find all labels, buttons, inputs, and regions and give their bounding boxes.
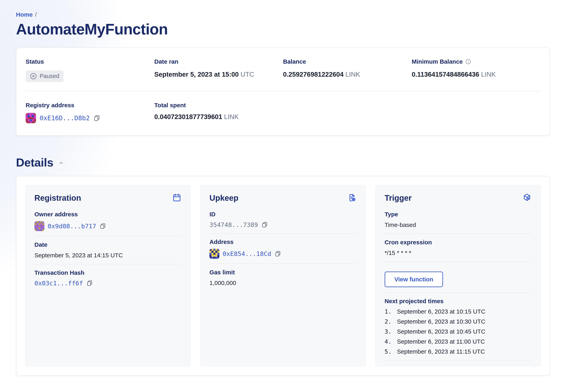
- overview-top-row: Status Paused Date ran September 5, 2023…: [16, 48, 550, 91]
- details-card: Registration Owner address: [16, 176, 550, 376]
- cron-expression-value: */15 * * * *: [385, 249, 532, 257]
- details-heading: Details: [16, 156, 53, 169]
- status-label: Status: [26, 58, 154, 65]
- breadcrumb-home-link[interactable]: Home: [16, 11, 33, 18]
- cron-expression-label: Cron expression: [385, 239, 532, 246]
- gas-limit-label: Gas limit: [209, 269, 356, 276]
- next-projected-times-label: Next projected times: [385, 298, 532, 305]
- chevron-up-icon: [58, 160, 64, 166]
- upkeep-title: Upkeep: [209, 193, 238, 203]
- item-number: 3.: [385, 328, 393, 335]
- date-ran-field: Date ran September 5, 2023 at 15:00 UTC: [154, 58, 283, 82]
- divider: [34, 236, 181, 236]
- registration-date-label: Date: [34, 241, 181, 248]
- owner-address-section: Owner address 0x9d0: [34, 211, 181, 231]
- trigger-type-value: Time-based: [385, 221, 532, 229]
- date-ran-value: September 5, 2023 at 15:00: [154, 71, 239, 78]
- registration-date-section: Date September 5, 2023 at 14:15 UTC: [34, 241, 181, 259]
- balance-suffix: LINK: [346, 71, 360, 78]
- transaction-hash-link[interactable]: 0x03c1...ff6f: [34, 280, 83, 287]
- upkeep-id-label: ID: [209, 211, 356, 218]
- min-balance-label: Minimum Balance: [412, 58, 541, 65]
- divider: [385, 234, 532, 234]
- upkeep-card: Upkeep ID 354748...7389: [200, 185, 366, 366]
- divider: [385, 292, 532, 293]
- cube-icon: [522, 193, 532, 202]
- trigger-title: Trigger: [385, 193, 412, 203]
- details-grid: Registration Owner address: [25, 185, 541, 366]
- owner-identicon: [34, 221, 45, 231]
- registry-address-label: Registry address: [26, 102, 154, 109]
- calendar-icon: [172, 193, 181, 202]
- item-text: September 6, 2023 at 10:15 UTC: [397, 308, 485, 315]
- divider: [385, 360, 532, 361]
- details-heading-row: Details: [16, 156, 550, 169]
- total-spent-value: 0.04072301877739601: [154, 113, 222, 120]
- projected-time-item: 2.September 6, 2023 at 10:30 UTC: [385, 318, 532, 325]
- min-balance-field: Minimum Balance 0.11364157484866436 LINK: [412, 58, 541, 82]
- upkeep-id-value: 354748...7389: [209, 221, 258, 228]
- copy-icon[interactable]: [261, 221, 268, 228]
- status-badge-text: Paused: [40, 73, 59, 79]
- divider: [34, 264, 181, 264]
- item-number: 2.: [385, 318, 393, 325]
- upkeep-address-section: Address 0xE854...18: [209, 238, 356, 259]
- transaction-hash-label: Transaction Hash: [34, 269, 181, 276]
- upkeep-address-link[interactable]: 0xE854...18Cd: [223, 250, 271, 257]
- copy-icon[interactable]: [274, 250, 281, 257]
- total-spent-field: Total spent 0.04072301877739601 LINK: [154, 102, 283, 123]
- owner-address-label: Owner address: [34, 211, 181, 218]
- balance-field: Balance 0.259276981222604 LINK: [283, 58, 412, 82]
- gas-limit-section: Gas limit 1,000,000: [209, 269, 356, 287]
- item-text: September 6, 2023 at 11:00 UTC: [397, 338, 485, 345]
- trigger-type-label: Type: [385, 211, 532, 218]
- upkeep-id-section: ID 354748...7389: [209, 211, 356, 228]
- next-projected-times-list: 1.September 6, 2023 at 10:15 UTC 2.Septe…: [385, 308, 532, 355]
- total-spent-label: Total spent: [154, 102, 283, 109]
- document-gear-icon: [347, 193, 357, 202]
- balance-label: Balance: [283, 58, 412, 65]
- item-text: September 6, 2023 at 10:45 UTC: [397, 328, 485, 335]
- divider: [209, 264, 356, 264]
- copy-icon[interactable]: [99, 223, 106, 230]
- page-title: AutomateMyFunction: [16, 21, 550, 38]
- projected-time-item: 1.September 6, 2023 at 10:15 UTC: [385, 308, 532, 315]
- cron-expression-section: Cron expression */15 * * * *: [385, 239, 532, 257]
- paused-octagon-x-icon: [30, 73, 37, 80]
- next-projected-times-section: Next projected times 1.September 6, 2023…: [385, 298, 532, 355]
- overview-bottom-row: Registry address 0xE16D...D8b2: [16, 91, 550, 135]
- trigger-type-section: Type Time-based: [385, 211, 532, 229]
- upkeep-address-label: Address: [209, 238, 356, 246]
- breadcrumb-separator: /: [35, 11, 37, 18]
- overview-card: Status Paused Date ran September 5, 2023…: [16, 48, 550, 136]
- min-balance-value: 0.11364157484866436: [412, 71, 479, 78]
- view-function-button[interactable]: View function: [385, 271, 443, 287]
- total-spent-suffix: LINK: [224, 113, 239, 120]
- registry-address-link[interactable]: 0xE16D...D8b2: [40, 114, 90, 122]
- item-text: September 6, 2023 at 11:15 UTC: [397, 348, 485, 355]
- info-icon[interactable]: [465, 59, 471, 65]
- status-field: Status Paused: [26, 58, 154, 82]
- copy-icon[interactable]: [86, 280, 93, 286]
- registration-title: Registration: [34, 193, 81, 203]
- divider: [209, 233, 356, 234]
- item-number: 1.: [385, 308, 393, 315]
- item-text: September 6, 2023 at 10:30 UTC: [397, 318, 485, 325]
- breadcrumb: Home/: [16, 11, 550, 18]
- item-number: 4.: [385, 338, 393, 345]
- registration-date-value: September 5, 2023 at 14:15 UTC: [34, 252, 181, 259]
- trigger-card: Trigger Type Time-based Cron expression …: [375, 185, 541, 366]
- collapse-details-button[interactable]: [58, 160, 64, 167]
- gas-limit-value: 1,000,000: [209, 279, 356, 287]
- transaction-hash-section: Transaction Hash 0x03c1...ff6f: [34, 269, 181, 287]
- divider: [385, 262, 532, 262]
- registry-address-field: Registry address 0xE16D...D8b2: [26, 102, 154, 123]
- balance-value: 0.259276981222604: [283, 71, 344, 78]
- min-balance-suffix: LINK: [481, 71, 496, 78]
- item-number: 5.: [385, 348, 393, 355]
- date-ran-label: Date ran: [154, 58, 283, 65]
- owner-address-link[interactable]: 0x9d08...b717: [48, 222, 96, 230]
- upkeep-detail-page: Home/ AutomateMyFunction Status Paused D…: [0, 0, 588, 376]
- upkeep-address-identicon: [209, 249, 219, 259]
- copy-icon[interactable]: [93, 114, 100, 122]
